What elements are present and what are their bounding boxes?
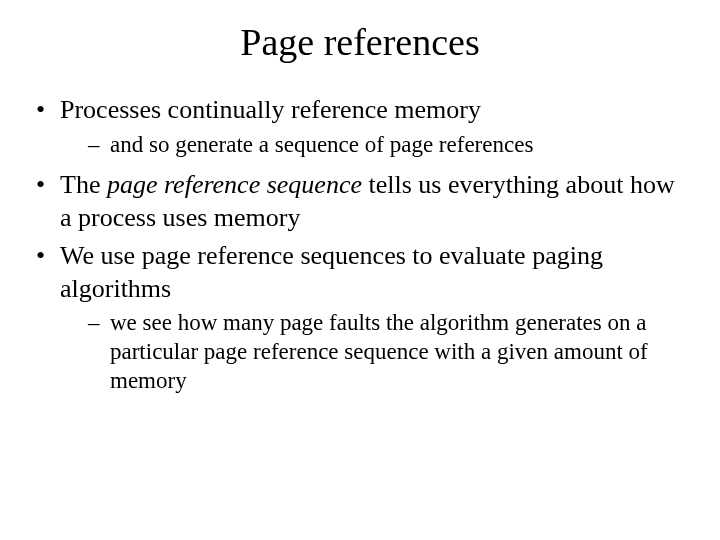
bullet-text: Processes continually reference memory [60,95,481,124]
sub-bullet-text: we see how many page faults the algorith… [110,310,648,393]
sub-bullet-list: and so generate a sequence of page refer… [60,131,690,160]
bullet-item: We use page reference sequences to evalu… [30,240,690,395]
slide-title: Page references [0,20,720,64]
bullet-item: Processes continually reference memory a… [30,94,690,159]
bullet-text-italic: page reference sequence [107,170,362,199]
bullet-text: We use page reference sequences to evalu… [60,241,603,303]
bullet-item: The page reference sequence tells us eve… [30,169,690,234]
sub-bullet-item: we see how many page faults the algorith… [60,309,690,395]
slide-content: Processes continually reference memory a… [0,94,720,396]
bullet-text-prefix: The [60,170,107,199]
sub-bullet-item: and so generate a sequence of page refer… [60,131,690,160]
sub-bullet-list: we see how many page faults the algorith… [60,309,690,395]
slide: Page references Processes continually re… [0,20,720,540]
sub-bullet-text: and so generate a sequence of page refer… [110,132,533,157]
bullet-list: Processes continually reference memory a… [30,94,690,396]
